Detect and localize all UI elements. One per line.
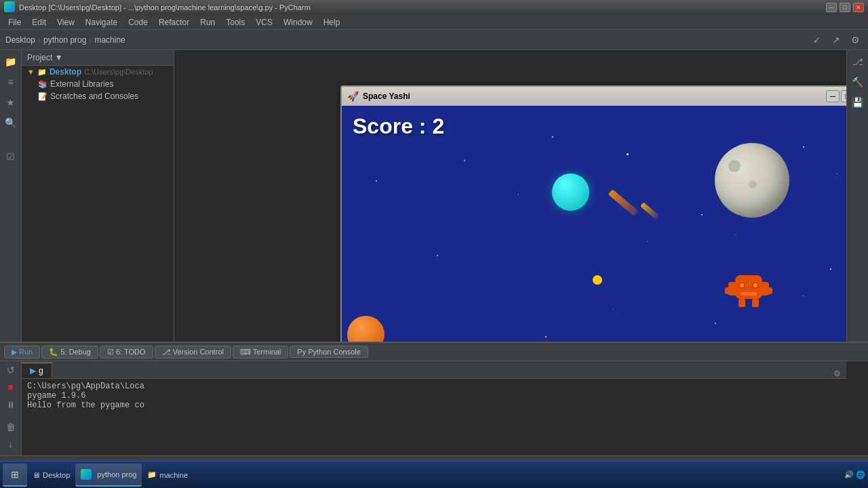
- left-icon-strip: 📁 ≡ ★ 🔍 ☑: [0, 50, 22, 342]
- menu-file[interactable]: File: [3, 16, 26, 28]
- find-icon[interactable]: 🔍: [2, 114, 20, 131]
- bookmark-icon[interactable]: ★: [2, 94, 20, 111]
- run-button[interactable]: ▶ Run: [4, 346, 40, 359]
- git-branch-icon[interactable]: ↗: [829, 33, 844, 47]
- windows-icon: ⊞: [8, 468, 22, 481]
- breadcrumb-desktop[interactable]: Desktop: [5, 35, 35, 45]
- todo-icon[interactable]: ☑: [2, 148, 20, 165]
- star: [803, 146, 804, 148]
- maximize-button[interactable]: □: [840, 3, 850, 12]
- run-icon: ▶: [30, 366, 36, 375]
- clear-icon[interactable]: 🗑: [2, 421, 20, 433]
- svg-point-9: [740, 283, 744, 287]
- pycharm-icon: [4, 1, 15, 14]
- taskbar: ⊞ 🖥 Desktop python prog 📁 machine 🔊 🌐: [0, 461, 868, 488]
- title-bar: Desktop [C:\Users\pg\Desktop] - ...\pyth…: [0, 0, 868, 15]
- menu-tools[interactable]: Tools: [220, 16, 250, 28]
- scroll-icon[interactable]: ↓: [2, 438, 20, 450]
- game-title-bar-content: 🚀 Space Yashi: [347, 91, 826, 102]
- structure-icon[interactable]: ≡: [2, 73, 20, 91]
- breadcrumb-python[interactable]: python prog: [43, 35, 86, 45]
- tree-item-external-libs[interactable]: 📚 External Libraries: [22, 78, 174, 90]
- pycharm-taskbar-label: python prog: [97, 470, 136, 479]
- git-icon[interactable]: ⎇: [849, 53, 867, 70]
- machine-taskbar-icon: 📁: [147, 470, 157, 479]
- library-icon: 📚: [38, 80, 47, 89]
- title-bar-controls: ─ □ ✕: [826, 3, 864, 12]
- menu-window[interactable]: Window: [278, 16, 318, 28]
- star: [837, 174, 837, 174]
- pause-icon[interactable]: ⏸: [2, 399, 20, 411]
- menu-vcs[interactable]: VCS: [250, 16, 278, 28]
- taskbar-start[interactable]: ⊞: [3, 464, 27, 487]
- game-minimize-btn[interactable]: ─: [826, 90, 840, 102]
- run-output-line2: pygame 1.9.6: [27, 391, 841, 401]
- breadcrumb: Desktop › python prog › machine: [5, 35, 125, 45]
- expand-icon: ▼: [27, 68, 35, 76]
- debug-button[interactable]: 🐛 5: Debug: [41, 346, 98, 359]
- bottom-panel: ▶ Run 🐛 5: Debug ☑ 6: TODO ⎇ Version Con…: [0, 342, 868, 470]
- git-check-icon[interactable]: ✓: [810, 33, 825, 47]
- python-console-button[interactable]: Py Python Console: [290, 346, 368, 358]
- star: [647, 241, 648, 242]
- menu-view[interactable]: View: [52, 16, 80, 28]
- desktop-path: C:\Users\pg\Desktop: [84, 68, 153, 76]
- star: [830, 268, 831, 270]
- star: [803, 296, 804, 296]
- settings-icon[interactable]: ⚙: [848, 33, 863, 47]
- gear-icon[interactable]: ⚙: [833, 369, 841, 378]
- pycharm-taskbar-icon: [81, 469, 92, 480]
- star: [613, 309, 614, 310]
- star: [735, 235, 736, 235]
- terminal-button[interactable]: ⌨ Terminal: [233, 346, 288, 359]
- close-button[interactable]: ✕: [853, 3, 864, 12]
- menu-help[interactable]: Help: [318, 16, 346, 28]
- menu-code[interactable]: Code: [123, 16, 153, 28]
- breadcrumb-machine[interactable]: machine: [94, 35, 125, 45]
- project-icon[interactable]: 📁: [2, 53, 20, 70]
- star: [715, 323, 716, 324]
- right-icon-strip: ⎇ 🔨 💾: [846, 50, 868, 342]
- game-title: Space Yashi: [363, 92, 410, 101]
- stop-icon[interactable]: ■: [2, 381, 20, 393]
- todo-button[interactable]: ☑ 6: TODO: [100, 346, 153, 359]
- build-icon[interactable]: 🔨: [849, 73, 867, 91]
- menu-refactor[interactable]: Refactor: [153, 16, 195, 28]
- menu-navigate[interactable]: Navigate: [80, 16, 123, 28]
- version-control-button[interactable]: ⎇ Version Control: [155, 346, 231, 359]
- taskbar-machine[interactable]: 📁 machine: [142, 464, 193, 487]
- meteor-1: [608, 189, 639, 216]
- sidebar: Project ▼ ▼ 📁 Desktop C:\Users\pg\Deskto…: [22, 50, 174, 342]
- database-icon[interactable]: 💾: [849, 94, 867, 111]
- title-bar-text: Desktop [C:\Users\pg\Desktop] - ...\pyth…: [19, 3, 826, 12]
- minimize-button[interactable]: ─: [826, 3, 837, 12]
- star: [545, 336, 547, 338]
- main-layout: 📁 ≡ ★ 🔍 ☑ Project ▼ ▼ 📁 Desktop C:\Users…: [0, 50, 868, 342]
- tree-item-desktop[interactable]: ▼ 📁 Desktop C:\Users\pg\Desktop: [22, 66, 174, 78]
- menu-bar: File Edit View Navigate Code Refactor Ru…: [0, 15, 868, 30]
- project-label: Project ▼: [27, 53, 63, 62]
- menu-edit[interactable]: Edit: [26, 16, 52, 28]
- folder-icon: 📁: [37, 68, 47, 77]
- desktop-taskbar-label: Desktop: [43, 471, 70, 479]
- scratch-icon: 📝: [38, 92, 47, 101]
- run-tab-label: g: [39, 366, 43, 375]
- cyan-planet: [552, 174, 589, 211]
- menu-run[interactable]: Run: [195, 16, 220, 28]
- run-tab-g[interactable]: ▶ g: [22, 363, 52, 378]
- run-output-line1: C:\Users\pg\AppData\Loca: [27, 382, 841, 391]
- rerun-icon[interactable]: ↺: [2, 364, 20, 376]
- svg-rect-2: [725, 287, 735, 294]
- orange-planet: [347, 316, 384, 342]
- svg-rect-3: [762, 287, 772, 294]
- ide-nav: Desktop › python prog › machine ✓ ↗ ⚙: [0, 30, 868, 50]
- project-header[interactable]: Project ▼: [22, 50, 174, 66]
- tree-item-scratches[interactable]: 📝 Scratches and Consoles: [22, 90, 174, 102]
- run-output-line3: Hello from the pygame co: [27, 401, 841, 410]
- taskbar-pycharm[interactable]: python prog: [75, 464, 142, 487]
- svg-rect-4: [738, 299, 745, 307]
- star: [437, 255, 438, 256]
- star: [464, 160, 465, 161]
- game-window-icon: 🚀: [347, 91, 359, 102]
- taskbar-desktop[interactable]: 🖥 Desktop: [27, 464, 75, 487]
